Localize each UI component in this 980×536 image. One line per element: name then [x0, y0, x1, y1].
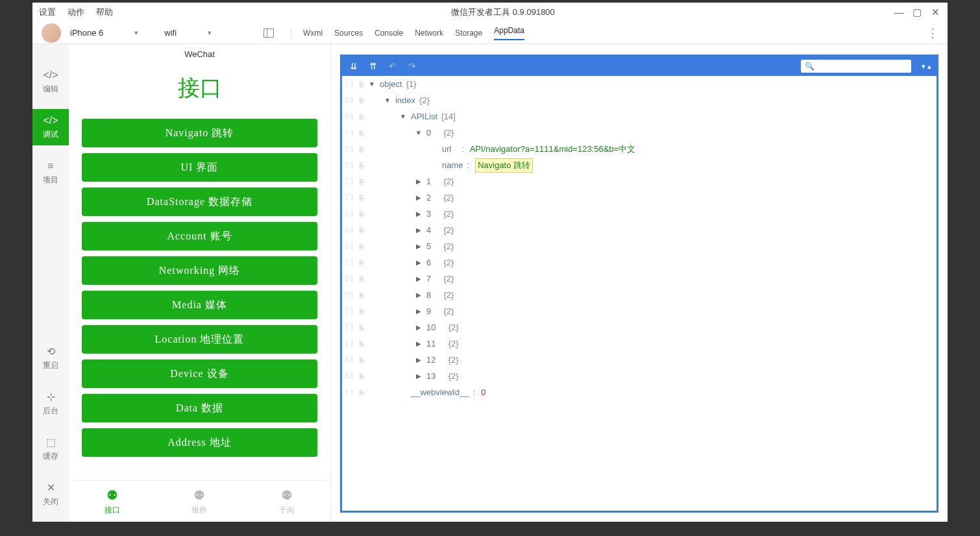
copy-icon[interactable] [355, 259, 368, 267]
copy-icon[interactable] [355, 291, 368, 299]
api-btn-media[interactable]: Media 媒体 [82, 291, 317, 319]
maximize-icon[interactable]: ▢ [911, 6, 923, 18]
redo-icon[interactable]: ↷ [406, 60, 419, 73]
drag-icon[interactable] [342, 80, 355, 88]
arrow-right-icon[interactable]: ▶ [415, 291, 423, 298]
expand-all-icon[interactable]: ⇊ [347, 60, 360, 73]
sidebar-item-background[interactable]: ⊹ 后台 [32, 385, 69, 422]
json-tree[interactable]: ▼object {1}▼index {2}▼APIList [14]▼0 {2}… [342, 76, 937, 511]
kebab-icon[interactable]: ⋮ [918, 26, 948, 40]
json-item-3[interactable]: ▶3 {2} [342, 206, 937, 222]
device-select[interactable]: iPhone 6 [70, 28, 138, 38]
drag-icon[interactable] [342, 323, 355, 332]
json-item-2[interactable]: ▶2 {2} [342, 189, 937, 206]
json-item-10[interactable]: ▶10 {2} [342, 319, 937, 335]
json-item-5[interactable]: ▶5 {2} [342, 238, 937, 254]
copy-icon[interactable] [355, 308, 368, 315]
drag-icon[interactable] [342, 274, 355, 283]
nav-tab-api[interactable]: ⚉ 接口 [69, 481, 156, 522]
drag-icon[interactable] [342, 193, 355, 202]
tab-wxml[interactable]: Wxml [303, 29, 323, 38]
drag-icon[interactable] [342, 96, 355, 104]
api-btn-data[interactable]: Data 数据 [82, 394, 317, 422]
arrow-right-icon[interactable]: ▶ [415, 194, 423, 201]
dock-icon[interactable] [263, 29, 274, 38]
arrow-down-icon[interactable]: ▼ [384, 97, 391, 104]
copy-icon[interactable] [355, 226, 368, 234]
copy-icon[interactable] [355, 97, 368, 104]
arrow-right-icon[interactable]: ▶ [415, 340, 423, 347]
arrow-right-icon[interactable]: ▶ [415, 324, 423, 331]
copy-icon[interactable] [355, 275, 368, 283]
arrow-right-icon[interactable]: ▶ [415, 243, 423, 250]
avatar[interactable] [42, 23, 61, 43]
drag-icon[interactable] [342, 242, 355, 250]
nav-tab-about[interactable]: ⚉ 于向 [243, 481, 330, 522]
drag-icon[interactable] [342, 307, 355, 315]
sidebar-item-edit[interactable]: </> 编辑 [32, 64, 69, 100]
menu-actions[interactable]: 动作 [67, 6, 84, 18]
arrow-right-icon[interactable]: ▶ [415, 210, 423, 217]
copy-icon[interactable] [355, 324, 368, 332]
api-btn-device[interactable]: Device 设备 [82, 359, 317, 388]
nav-tab-component[interactable]: ⚉ 组件 [156, 481, 243, 522]
copy-icon[interactable] [355, 129, 368, 137]
copy-icon[interactable] [355, 389, 368, 396]
json-index[interactable]: ▼index {2} [342, 92, 937, 108]
json-webviewid[interactable]: __webviewId__ : 0 [342, 384, 937, 400]
json-url[interactable]: url : API/navigator?a=1111&mid=123:56&b=… [342, 141, 937, 157]
drag-icon[interactable] [342, 356, 355, 364]
copy-icon[interactable] [355, 162, 368, 169]
sidebar-item-project[interactable]: ≡ 项目 [32, 154, 69, 191]
copy-icon[interactable] [355, 356, 368, 364]
undo-icon[interactable]: ↶ [386, 60, 399, 73]
tab-network[interactable]: Network [415, 29, 443, 38]
json-item-8[interactable]: ▶8 {2} [342, 287, 937, 303]
copy-icon[interactable] [355, 372, 368, 380]
drag-icon[interactable] [342, 339, 355, 348]
drag-icon[interactable] [342, 210, 355, 218]
drag-icon[interactable] [342, 291, 355, 299]
api-button-list[interactable]: Navigato 跳转 UI 界面 DataStorage 数据存储 Accou… [69, 119, 330, 480]
json-item-0[interactable]: ▼0 {2} [342, 125, 937, 141]
api-btn-navigato[interactable]: Navigato 跳转 [82, 119, 317, 147]
json-item-6[interactable]: ▶6 {2} [342, 254, 937, 271]
drag-icon[interactable] [342, 388, 355, 396]
api-btn-networking[interactable]: Networking 网络 [82, 256, 317, 285]
copy-icon[interactable] [355, 194, 368, 202]
network-select[interactable]: wifi [164, 28, 212, 38]
arrow-right-icon[interactable]: ▶ [415, 259, 423, 266]
copy-icon[interactable] [355, 243, 368, 250]
sidebar-item-close[interactable]: ✕ 关闭 [32, 476, 69, 513]
api-btn-location[interactable]: Location 地理位置 [82, 325, 317, 354]
api-btn-account[interactable]: Account 账号 [82, 222, 317, 250]
tab-appdata[interactable]: AppData [494, 26, 524, 40]
json-item-7[interactable]: ▶7 {2} [342, 271, 937, 287]
api-btn-address[interactable]: Address 地址 [82, 428, 317, 457]
drag-icon[interactable] [342, 372, 355, 380]
copy-icon[interactable] [355, 80, 368, 88]
drag-icon[interactable] [342, 226, 355, 234]
api-btn-ui[interactable]: UI 界面 [82, 153, 317, 182]
menu-help[interactable]: 帮助 [96, 6, 113, 18]
json-name-editing[interactable]: name : Navigato 跳转 [342, 157, 937, 173]
arrow-right-icon[interactable]: ▶ [415, 275, 423, 282]
copy-icon[interactable] [355, 113, 368, 121]
drag-icon[interactable] [342, 258, 355, 267]
json-item-4[interactable]: ▶4 {2} [342, 222, 937, 238]
tab-storage[interactable]: Storage [455, 29, 482, 38]
json-apilist[interactable]: ▼APIList [14] [342, 108, 937, 125]
arrow-right-icon[interactable]: ▶ [415, 356, 423, 363]
arrow-down-icon[interactable]: ▼ [368, 80, 376, 88]
json-item-1[interactable]: ▶1 {2} [342, 173, 937, 189]
api-btn-datastorage[interactable]: DataStorage 数据存储 [82, 188, 317, 216]
copy-icon[interactable] [355, 145, 368, 153]
tab-console[interactable]: Console [374, 29, 403, 38]
json-item-11[interactable]: ▶11 {2} [342, 335, 937, 352]
json-item-9[interactable]: ▶9 {2} [342, 303, 937, 319]
copy-icon[interactable] [355, 178, 368, 186]
json-item-13[interactable]: ▶13 {2} [342, 368, 937, 384]
arrow-right-icon[interactable]: ▶ [415, 226, 423, 234]
sidebar-item-cache[interactable]: ⬚ 缓存 [32, 431, 69, 467]
arrow-down-icon[interactable]: ▼ [399, 113, 407, 120]
